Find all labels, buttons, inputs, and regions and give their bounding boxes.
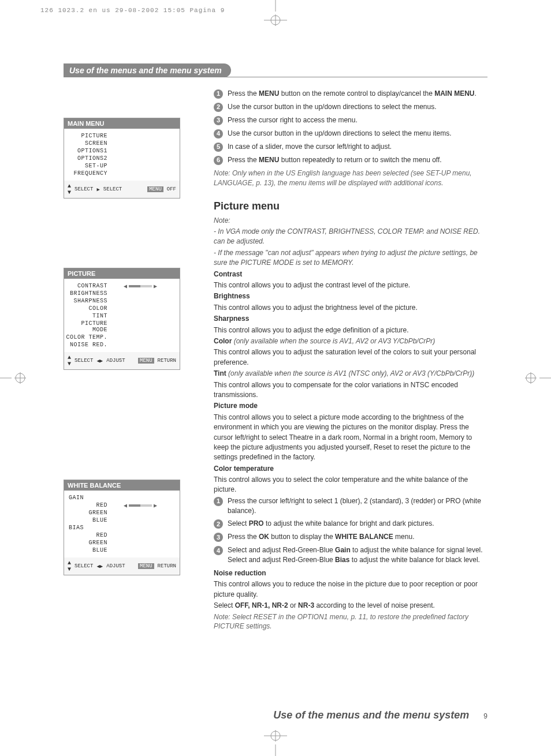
menu-item: OPTIONS1 [64,147,112,155]
menu-item: SHARPNESS [64,297,112,305]
contrast-heading: Contrast [214,270,487,279]
ct-step-3: Press the OK button to display the WHITE… [228,532,414,542]
brightness-text: This control allows you to adjust the br… [214,303,487,313]
menu-item: RED [64,532,112,539]
main-menu-box: MAIN MENU PICTURE SCREEN OPTIONS1 OPTION… [64,118,180,199]
ctemp-heading: Color temperature [214,464,487,474]
slider-icon: ◀▶ [124,283,157,290]
footer-off: OFF [167,186,176,192]
step-6: Press the MENU button repeatedly to retu… [228,155,442,165]
picture-menu-title: Picture menu [214,199,487,214]
menu-item: GREEN [64,539,112,547]
menu-item: GAIN [64,494,180,501]
step-badge-4: 4 [214,129,223,139]
step-badge-6: 6 [214,156,223,165]
footer-adjust: ADJUST [106,563,125,569]
step-badge-3: 3 [214,116,223,125]
menu-footer: ▲▼ SELECT ▶ SELECT MENU OFF [64,181,180,198]
slider-icon: ◀▶ [124,502,157,509]
ct-badge-1: 1 [214,497,223,506]
ctemp-text: This control allows you to select the co… [214,475,487,495]
ct-badge-2: 2 [214,519,223,529]
sharpness-text: This control allows you to adjust the ed… [214,325,487,335]
step-badge-5: 5 [214,143,223,152]
footer-return: RETURN [158,358,176,364]
menu-item: TINT [64,312,112,320]
menu-item: BLUE [64,547,112,554]
menu-item: SCREEN [64,140,112,147]
wb-menu-header: WHITE BALANCE [64,480,180,491]
tint-text: This control allows you to compensate fo… [214,380,487,401]
menu-item: RED [64,501,112,509]
right-icon: ▶ [96,186,99,193]
crop-mark-top [258,0,293,29]
menu-item: BIAS [64,524,180,532]
footer-menu: MENU [147,186,163,192]
step-5: In case of a slider, move the cursor lef… [228,142,392,152]
step-1: Press the MENU button on the remote cont… [228,89,476,99]
nr-text-2: Select OFF, NR-1, NR-2 or NR-3 according… [214,601,487,611]
updown-icon: ▲▼ [68,354,71,367]
footer-select: SELECT [75,358,93,364]
print-header: 126 1023.2 en us 29-08-2002 15:05 Pagina… [40,7,225,14]
tint-heading: Tint (only available when the source is … [214,369,487,379]
picture-menu-box: PICTURE CONTRAST ◀▶ BRIGHTNESS SHARPNESS… [64,268,180,370]
note-a: - In VGA mode only the CONTRAST, BRIGHTN… [214,227,487,247]
nr-heading: Noise reduction [214,568,487,578]
note-label: Note: [214,216,487,226]
brightness-heading: Brightness [214,291,487,301]
page-number: 9 [483,712,487,720]
color-heading: Color (only available when the source is… [214,336,487,346]
step-2: Use the cursor button in the up/down dir… [228,102,437,112]
nr-text-1: This control allows you to reduce the no… [214,579,487,600]
ct-step-2: Select PRO to adjust the white balance f… [228,519,434,529]
ct-step-4: Select and adjust Red-Green-Blue Gain to… [228,545,483,565]
footer-select: SELECT [75,186,93,192]
step-badge-2: 2 [214,103,223,112]
menu-item: NOISE RED. [64,341,112,349]
main-menu-header: MAIN MENU [64,118,180,129]
contrast-text: This control allows you to adjust the co… [214,280,487,290]
note-b: - If the message "can not adjust" appear… [214,248,487,268]
ct-badge-3: 3 [214,533,223,542]
final-note: Note: Select RESET in the OPTION1 menu, … [214,612,487,632]
footer-return: RETURN [158,563,176,569]
step-3: Press the cursor right to access the men… [228,115,358,125]
pmode-text: This control allows you to select a pict… [214,413,487,463]
sharpness-heading: Sharpness [214,314,487,324]
menu-item: PICTURE [64,132,112,140]
footer-adjust: ADJUST [106,358,125,364]
menu-item: SET-UP [64,162,112,170]
menu-item: PICTURE MODE [64,320,112,334]
menu-item: OPTIONS2 [64,155,112,162]
pmode-heading: Picture mode [214,401,487,411]
step-4: Use the cursor button in the up/down dir… [228,129,452,139]
crop-mark-left [0,361,29,395]
menu-footer: ▲▼ SELECT ◀▶ ADJUST MENU RETURN [64,352,180,369]
step-badge-1: 1 [214,89,223,99]
menu-item: FREQUENCY [64,170,112,177]
footer-menu: MENU [138,563,154,569]
updown-icon: ▲▼ [68,183,71,196]
crop-mark-right [522,361,551,395]
footer-select2: SELECT [103,186,122,192]
menu-item: BLUE [64,517,112,524]
page-title: Use of the menus and the menu system [64,63,231,77]
color-text: This control allows you to adjust the sa… [214,347,487,368]
footer-title: Use of the menus and the menu system 9 [273,709,487,721]
leftright-icon: ◀▶ [96,563,103,570]
note-language: Note: Only when in the US English langua… [214,169,487,188]
picture-menu-header: PICTURE [64,268,180,279]
footer-menu: MENU [138,358,154,364]
menu-item: COLOR TEMP. [64,334,112,341]
menu-item: BRIGHTNESS [64,290,112,297]
wb-menu-box: WHITE BALANCE GAIN RED ◀▶ GREEN BLUE BIA… [64,480,180,575]
updown-icon: ▲▼ [68,560,71,572]
ct-step-1: Press the cursor left/right to select 1 … [228,496,487,516]
menu-footer: ▲▼ SELECT ◀▶ ADJUST MENU RETURN [64,557,180,575]
menu-item: GREEN [64,509,112,517]
menu-item: COLOR [64,305,112,312]
footer-select: SELECT [75,563,93,569]
crop-mark-bottom [258,727,293,756]
ct-badge-4: 4 [214,546,223,555]
